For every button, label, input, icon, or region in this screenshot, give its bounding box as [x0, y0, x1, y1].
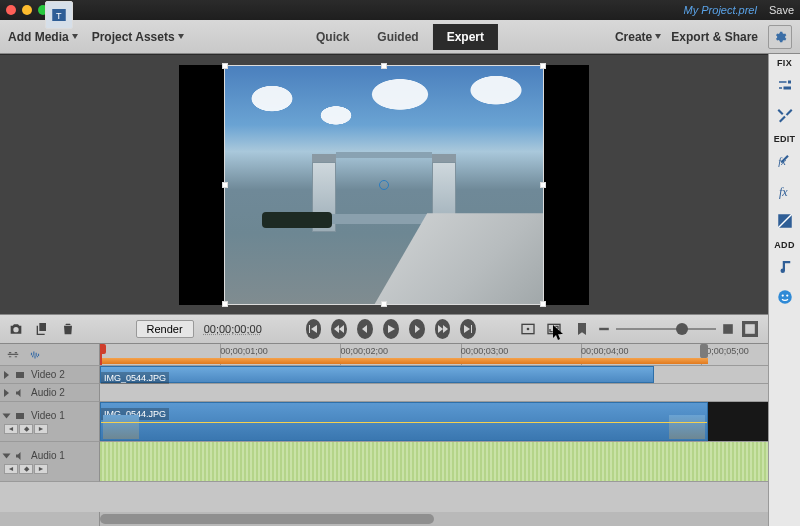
collapse-track-button[interactable] — [3, 453, 11, 458]
minimize-window-button[interactable] — [22, 5, 32, 15]
tab-quick[interactable]: Quick — [302, 24, 363, 50]
right-panel: FIX EDIT fx fx ADD T — [768, 54, 800, 526]
zoom-slider[interactable] — [616, 328, 716, 330]
preview-image — [224, 65, 544, 305]
close-window-button[interactable] — [6, 5, 16, 15]
next-keyframe-button[interactable]: ► — [34, 464, 48, 474]
trash-button[interactable] — [60, 319, 76, 339]
svg-point-11 — [786, 294, 788, 296]
svg-point-9 — [778, 290, 792, 304]
toggle-track-output-icon[interactable] — [14, 410, 26, 422]
fullscreen-button[interactable] — [546, 319, 562, 339]
timeline-zoom — [572, 319, 760, 339]
prev-keyframe-button[interactable]: ◄ — [4, 464, 18, 474]
tab-guided[interactable]: Guided — [363, 24, 432, 50]
preview-frame[interactable] — [179, 65, 589, 305]
step-back-button[interactable] — [357, 319, 373, 339]
timeline-mode-icons — [0, 344, 100, 365]
rewind-button[interactable] — [331, 319, 347, 339]
playback-toolbar: Render 00;00;00;00 — [0, 314, 768, 344]
timeline-panel: 00;00;01;00 00;00;02;00 00;00;03;00 00;0… — [0, 344, 768, 526]
settings-button[interactable] — [768, 25, 792, 49]
track-video-1: Video 1 ◄◆► IMG_0544.JPG — [0, 402, 768, 442]
safe-margins-button[interactable] — [520, 319, 536, 339]
fast-forward-button[interactable] — [435, 319, 451, 339]
traffic-lights — [6, 5, 48, 15]
project-assets-dropdown[interactable]: Project Assets — [92, 30, 184, 44]
track-video-2: Video 2 IMG_0544.JPG — [0, 366, 768, 384]
svg-point-1 — [527, 328, 530, 331]
time-ruler[interactable]: 00;00;01;00 00;00;02;00 00;00;03;00 00;0… — [100, 344, 768, 365]
timeline-scrollbar[interactable] — [0, 512, 768, 526]
svg-text:fx: fx — [779, 185, 788, 199]
expand-track-button[interactable] — [4, 389, 9, 397]
timecode-display[interactable]: 00;00;00;00 — [204, 323, 262, 335]
track-audio-1: Audio 1 ◄◆► — [0, 442, 768, 482]
section-add-label: ADD — [774, 236, 794, 252]
snapshot-button[interactable] — [8, 319, 24, 339]
svg-rect-3 — [723, 324, 733, 334]
expand-track-button[interactable] — [4, 371, 9, 379]
zoom-out-icon — [598, 323, 610, 335]
workspace-tabs: Quick Guided Expert — [302, 24, 498, 50]
app-root: My Project.prel Save Add Media Project A… — [0, 0, 800, 526]
tools-button[interactable] — [771, 101, 799, 129]
work-area-bar[interactable] — [100, 358, 708, 364]
project-name-label: My Project.prel — [684, 4, 757, 16]
mode-toolbar: Add Media Project Assets Quick Guided Ex… — [0, 20, 800, 54]
render-button[interactable]: Render — [136, 320, 194, 338]
playhead[interactable] — [100, 344, 102, 365]
step-forward-button[interactable] — [409, 319, 425, 339]
add-keyframe-button[interactable]: ◆ — [19, 464, 33, 474]
window-titlebar: My Project.prel Save — [0, 0, 800, 20]
goto-start-button[interactable] — [306, 319, 322, 339]
effects-button[interactable]: fx — [771, 177, 799, 205]
goto-end-button[interactable] — [460, 319, 476, 339]
play-button[interactable] — [383, 319, 399, 339]
track-audio-2: Audio 2 — [0, 384, 768, 402]
zoom-in-icon — [722, 323, 734, 335]
applied-effects-button[interactable]: fx — [771, 147, 799, 175]
clip-video1[interactable]: IMG_0544.JPG — [100, 402, 708, 441]
svg-rect-4 — [744, 323, 757, 336]
add-keyframe-button[interactable]: ◆ — [19, 424, 33, 434]
marker-button[interactable] — [572, 319, 592, 339]
export-share-button[interactable]: Export & Share — [671, 30, 758, 44]
section-fix-label: FIX — [777, 54, 792, 70]
save-button[interactable]: Save — [769, 4, 794, 16]
toggle-track-output-icon[interactable] — [14, 369, 26, 381]
tab-expert[interactable]: Expert — [433, 24, 498, 50]
sceneline-icon[interactable] — [6, 348, 20, 362]
add-media-dropdown[interactable]: Add Media — [8, 30, 78, 44]
clip-video2[interactable]: IMG_0544.JPG — [100, 366, 654, 383]
duplicate-button[interactable] — [34, 319, 50, 339]
waveform-icon[interactable] — [28, 348, 42, 362]
graphics-button[interactable] — [771, 283, 799, 311]
toggle-track-output-icon[interactable] — [14, 450, 26, 462]
toggle-track-output-icon[interactable] — [14, 387, 26, 399]
collapse-track-button[interactable] — [3, 413, 11, 418]
music-button[interactable] — [771, 253, 799, 281]
adjust-button[interactable] — [771, 71, 799, 99]
preview-monitor — [0, 54, 768, 314]
prev-keyframe-button[interactable]: ◄ — [4, 424, 18, 434]
zoom-window-button[interactable] — [38, 5, 48, 15]
fit-timeline-button[interactable] — [740, 319, 760, 339]
svg-point-10 — [781, 294, 783, 296]
section-edit-label: EDIT — [774, 130, 796, 146]
work-area-end-handle[interactable] — [700, 344, 708, 358]
transitions-button[interactable] — [771, 207, 799, 235]
create-dropdown[interactable]: Create — [615, 30, 661, 44]
next-keyframe-button[interactable]: ► — [34, 424, 48, 434]
